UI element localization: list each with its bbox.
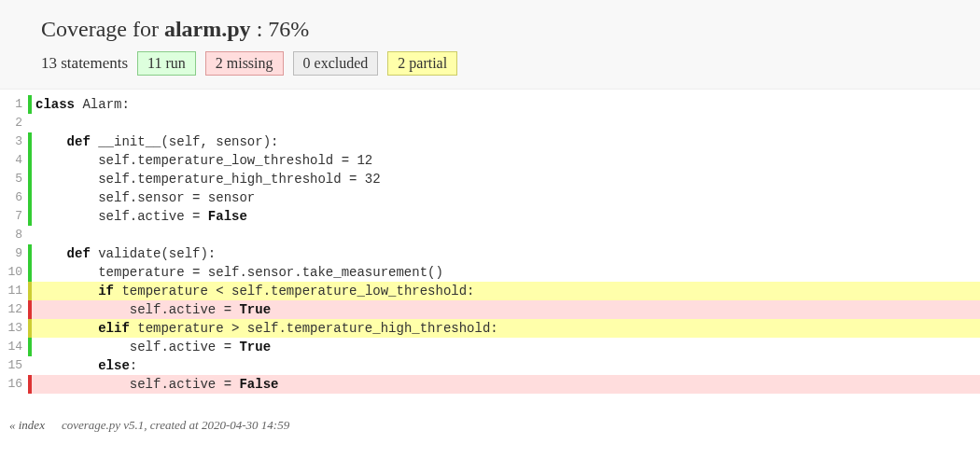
badge-excluded[interactable]: 0 excluded	[293, 51, 379, 76]
code-text: self.sensor = sensor	[32, 188, 980, 207]
line-number: 4	[0, 151, 28, 170]
code-line: 12 self.active = True	[0, 300, 980, 319]
code-line: 3 def __init__(self, sensor):	[0, 132, 980, 151]
code-line: 15 else:	[0, 356, 980, 375]
code-text	[32, 114, 980, 132]
code-text: self.active = True	[32, 338, 980, 356]
code-line: 4 self.temperature_low_threshold = 12	[0, 151, 980, 170]
line-number: 13	[0, 319, 28, 338]
index-link[interactable]: « index	[9, 418, 45, 433]
title-sep: :	[251, 17, 269, 41]
badge-missing[interactable]: 2 missing	[205, 51, 284, 76]
stats-row: 13 statements 11 run 2 missing 0 exclude…	[41, 51, 980, 76]
badge-partial[interactable]: 2 partial	[387, 51, 457, 76]
code-text: if temperature < self.temperature_low_th…	[32, 282, 980, 300]
code-text: self.active = False	[32, 375, 980, 394]
line-number: 9	[0, 244, 28, 263]
line-number: 3	[0, 132, 28, 151]
code-line: 9 def validate(self):	[0, 244, 980, 263]
code-text: self.temperature_high_threshold = 32	[32, 170, 980, 188]
code-line: 13 elif temperature > self.temperature_h…	[0, 319, 980, 338]
code-line: 2	[0, 114, 980, 132]
code-text: else:	[32, 356, 980, 375]
line-number: 15	[0, 356, 28, 375]
badge-run[interactable]: 11 run	[137, 51, 196, 76]
coverage-header: Coverage for alarm.py : 76% 13 statement…	[0, 0, 980, 90]
code-line: 16 self.active = False	[0, 375, 980, 394]
code-text: self.active = False	[32, 207, 980, 226]
code-text: self.active = True	[32, 300, 980, 319]
code-text: def __init__(self, sensor):	[32, 132, 980, 151]
page-title: Coverage for alarm.py : 76%	[41, 17, 980, 42]
line-number: 6	[0, 188, 28, 207]
code-line: 10 temperature = self.sensor.take_measur…	[0, 263, 980, 282]
line-number: 5	[0, 170, 28, 188]
line-number: 14	[0, 338, 28, 356]
code-line: 5 self.temperature_high_threshold = 32	[0, 170, 980, 188]
code-line: 11 if temperature < self.temperature_low…	[0, 282, 980, 300]
title-percent: 76%	[268, 17, 309, 41]
code-line: 8	[0, 226, 980, 244]
line-number: 2	[0, 114, 28, 132]
source-code: 1class Alarm:2 3 def __init__(self, sens…	[0, 90, 980, 394]
code-text: elif temperature > self.temperature_high…	[32, 319, 980, 338]
line-number: 12	[0, 300, 28, 319]
statements-count: 13 statements	[41, 54, 128, 73]
code-line: 14 self.active = True	[0, 338, 980, 356]
code-line: 1class Alarm:	[0, 95, 980, 114]
line-number: 1	[0, 95, 28, 114]
code-line: 6 self.sensor = sensor	[0, 188, 980, 207]
line-number: 16	[0, 375, 28, 394]
line-number: 11	[0, 282, 28, 300]
title-prefix: Coverage for	[41, 17, 164, 41]
code-text: def validate(self):	[32, 244, 980, 263]
footer: « index coverage.py v5.1, created at 202…	[0, 394, 980, 444]
code-text: class Alarm:	[32, 95, 980, 114]
code-text: self.temperature_low_threshold = 12	[32, 151, 980, 170]
code-text	[32, 226, 980, 244]
footer-info: coverage.py v5.1, created at 2020-04-30 …	[62, 418, 289, 433]
line-number: 10	[0, 263, 28, 282]
line-number: 7	[0, 207, 28, 226]
code-text: temperature = self.sensor.take_measureme…	[32, 263, 980, 282]
code-line: 7 self.active = False	[0, 207, 980, 226]
line-number: 8	[0, 226, 28, 244]
title-filename: alarm.py	[164, 17, 251, 41]
